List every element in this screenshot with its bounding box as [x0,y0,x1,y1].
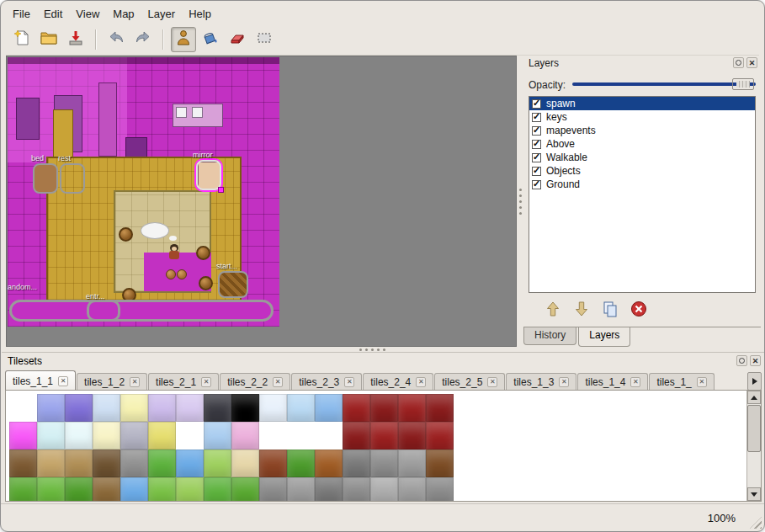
tileset-tile[interactable] [370,422,398,450]
tileset-tile[interactable] [398,422,426,450]
raise-layer-button[interactable] [542,300,564,322]
close-tab-icon[interactable]: ✕ [273,377,283,387]
tileset-tile[interactable] [343,394,370,422]
map-object-couch[interactable] [9,300,274,322]
opacity-slider-handle[interactable] [732,78,754,90]
close-tab-icon[interactable]: ✕ [58,376,68,386]
tileset-tile[interactable] [65,394,93,422]
tileset-tile[interactable] [120,422,148,450]
tileset-tile[interactable] [9,422,37,450]
stamp-tool-button[interactable] [171,27,196,52]
map-object-bed[interactable] [33,163,58,194]
tileset-tile[interactable] [93,450,120,477]
close-tab-icon[interactable]: ✕ [130,377,140,387]
tileset-tile[interactable] [231,450,259,477]
tileset-tile[interactable] [398,394,426,422]
tab-history[interactable]: History [523,327,576,345]
tileset-tile[interactable] [204,477,231,502]
tileset-tile[interactable] [148,422,176,450]
tileset-tile[interactable] [398,450,426,477]
layer-visibility-checkbox[interactable] [532,180,541,189]
close-tab-icon[interactable]: ✕ [559,377,569,387]
tileset-tile[interactable] [65,422,93,450]
float-dock-icon[interactable] [736,355,747,366]
menu-layer[interactable]: Layer [141,5,183,23]
tileset-tile[interactable] [259,477,287,502]
tileset-tab[interactable]: tiles_1_3 ✕ [506,373,576,391]
scrollbar-thumb[interactable] [747,405,761,452]
opacity-slider[interactable] [572,77,756,91]
tileset-tile[interactable] [93,477,120,502]
close-tab-icon[interactable]: ✕ [697,377,707,387]
delete-layer-button[interactable] [628,300,650,322]
tileset-tile[interactable] [176,450,204,477]
vertical-splitter[interactable] [517,56,523,347]
tileset-tile[interactable] [426,450,454,477]
tileset-tile[interactable] [426,394,454,422]
layer-visibility-checkbox[interactable] [532,167,541,176]
tileset-tile[interactable] [398,477,426,502]
scroll-down-button[interactable] [747,487,761,501]
tileset-tab[interactable]: tiles_1_1 ✕ [5,370,76,391]
map-canvas[interactable]: bed rest mirror start... andom... entr..… [6,56,517,347]
tileset-tile[interactable] [315,422,343,450]
tileset-tile[interactable] [65,477,93,502]
tileset-tile[interactable] [426,477,454,502]
menu-map[interactable]: Map [106,5,141,23]
selection-handle[interactable] [218,187,224,193]
tileset-tile[interactable] [287,450,315,477]
tileset-tile[interactable] [315,450,343,477]
tileset-tile[interactable] [9,450,37,477]
tileset-tile[interactable] [231,477,259,502]
tileset-tile[interactable] [120,477,148,502]
opacity-slider-track[interactable] [572,82,756,86]
tileset-tile[interactable] [37,394,65,422]
tileset-tile[interactable] [231,422,259,450]
menu-edit[interactable]: Edit [37,5,69,23]
map-object-mirror-selected[interactable] [196,160,221,190]
close-tab-icon[interactable]: ✕ [487,377,497,387]
tileset-tile[interactable] [176,394,204,422]
tileset-tile[interactable] [287,394,315,422]
close-dock-icon[interactable]: ✕ [746,57,757,68]
layer-visibility-checkbox[interactable] [532,126,541,136]
tab-layers[interactable]: Layers [578,327,630,347]
tileset-tile[interactable] [9,394,37,422]
tileset-tile[interactable] [37,422,65,450]
tileset-tile[interactable] [231,394,259,422]
eraser-tool-button[interactable] [225,27,250,52]
tileset-tile[interactable] [204,394,231,422]
tileset-tile[interactable] [343,477,370,502]
map-object-start[interactable] [218,271,248,298]
tileset-tile[interactable] [93,394,120,422]
map-object-rest[interactable] [60,163,85,194]
tileset-tile[interactable] [315,394,343,422]
tileset-tab[interactable]: tiles_1_4 ✕ [577,373,648,391]
layer-visibility-checkbox[interactable] [532,140,541,149]
tileset-tile[interactable] [343,422,370,450]
layer-row-walkable[interactable]: Walkable [529,151,755,164]
tileset-tile[interactable] [204,422,231,450]
tileset-tile[interactable] [148,450,176,477]
open-map-button[interactable] [36,27,61,52]
float-dock-icon[interactable] [733,57,744,68]
fill-tool-button[interactable] [198,27,223,52]
tileset-tile[interactable] [370,477,398,502]
tileset-tile[interactable] [148,394,176,422]
duplicate-layer-button[interactable] [599,300,621,322]
undo-button[interactable] [104,27,129,52]
layer-row-spawn[interactable]: spawn [529,97,755,110]
tileset-scrollbar[interactable] [746,391,761,501]
map-image[interactable]: bed rest mirror start... andom... entr..… [8,57,279,327]
tileset-tile[interactable] [259,450,287,477]
tileset-tab[interactable]: tiles_2_3 ✕ [291,373,362,391]
tileset-tile[interactable] [204,450,231,477]
tileset-tile[interactable] [93,422,120,450]
layer-row-objects[interactable]: Objects [529,164,755,178]
resize-grip[interactable] [750,517,762,529]
tileset-tile[interactable] [37,477,65,502]
layer-row-ground[interactable]: Ground [529,178,755,191]
tileset-tile[interactable] [287,477,315,502]
close-tab-icon[interactable]: ✕ [630,377,640,387]
tileset-tile[interactable] [287,422,315,450]
